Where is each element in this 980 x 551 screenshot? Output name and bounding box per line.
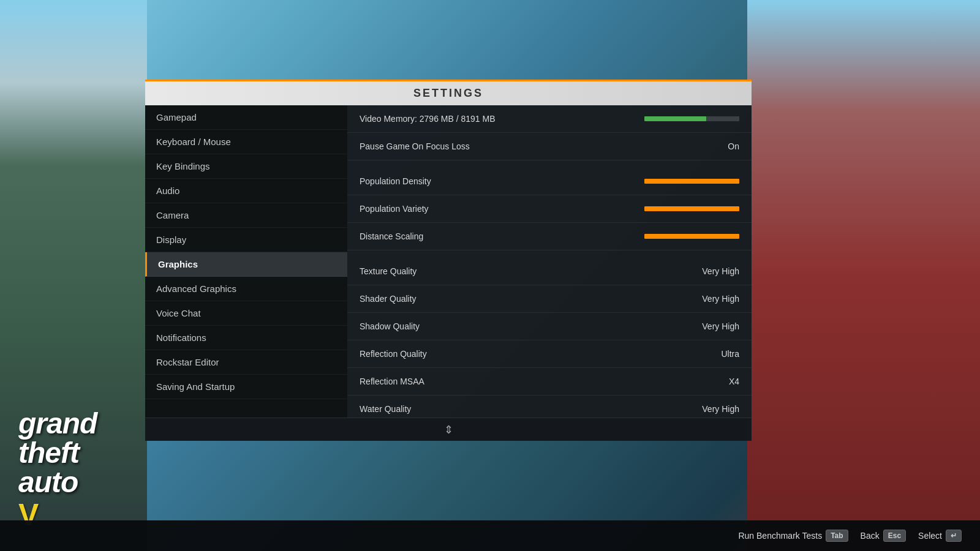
select-btn[interactable]: Select ↵ (918, 530, 962, 542)
gta-logo: grand theft auto V (18, 409, 97, 533)
setting-row-texture-quality[interactable]: Texture QualityVery High (347, 258, 752, 285)
bg-right (747, 0, 980, 551)
settings-body: GamepadKeyboard / MouseKey BindingsAudio… (145, 105, 752, 418)
setting-row-video-memory[interactable]: Video Memory: 2796 MB / 8191 MB (347, 105, 752, 133)
scroll-indicator: ⇕ (145, 418, 752, 441)
tab-key-badge: Tab (826, 530, 848, 542)
sidebar: GamepadKeyboard / MouseKey BindingsAudio… (145, 105, 347, 418)
setting-row-distance-scaling[interactable]: Distance Scaling (347, 223, 752, 250)
setting-value-texture-quality: Very High (702, 266, 739, 276)
esc-key-badge: Esc (883, 530, 906, 542)
logo-text: grand theft auto (18, 409, 97, 497)
progress-fill-population-density (644, 179, 739, 184)
sidebar-item-key-bindings[interactable]: Key Bindings (145, 154, 347, 179)
progress-bar-population-density (644, 179, 739, 184)
sidebar-item-display[interactable]: Display (145, 228, 347, 252)
progress-bar-population-variety (644, 206, 739, 211)
setting-label-reflection-quality: Reflection Quality (360, 349, 427, 359)
setting-value-reflection-msaa: X4 (729, 377, 739, 386)
setting-row-water-quality[interactable]: Water QualityVery High (347, 395, 752, 418)
benchmark-label: Run Benchmark Tests (738, 531, 822, 541)
sidebar-item-graphics[interactable]: Graphics (145, 252, 347, 277)
setting-row-population-density[interactable]: Population Density (347, 168, 752, 195)
enter-key-badge: ↵ (946, 530, 962, 542)
sidebar-item-advanced-graphics[interactable]: Advanced Graphics (145, 277, 347, 301)
progress-fill-population-variety (644, 206, 739, 211)
setting-row-population-variety[interactable]: Population Variety (347, 195, 752, 223)
setting-value-reflection-quality: Ultra (721, 349, 739, 359)
sidebar-item-saving-startup[interactable]: Saving And Startup (145, 375, 347, 399)
back-btn[interactable]: Back Esc (861, 530, 906, 542)
benchmark-btn[interactable]: Run Benchmark Tests Tab (738, 530, 848, 542)
setting-row-pause-game[interactable]: Pause Game On Focus LossOn (347, 133, 752, 160)
setting-row-shader-quality[interactable]: Shader QualityVery High (347, 285, 752, 313)
sidebar-item-notifications[interactable]: Notifications (145, 326, 347, 350)
setting-value-pause-game: On (728, 141, 739, 151)
setting-label-shader-quality: Shader Quality (360, 294, 417, 304)
sidebar-item-audio[interactable]: Audio (145, 179, 347, 203)
setting-label-population-variety: Population Variety (360, 204, 429, 214)
spacer-spacer (347, 160, 752, 168)
settings-title: SETTINGS (413, 87, 483, 100)
settings-window: SETTINGS GamepadKeyboard / MouseKey Bind… (145, 80, 752, 441)
select-label: Select (918, 531, 942, 541)
sidebar-item-keyboard-mouse[interactable]: Keyboard / Mouse (145, 130, 347, 154)
scroll-arrows-icon: ⇕ (444, 423, 453, 437)
progress-fill-distance-scaling (644, 234, 739, 239)
setting-label-water-quality: Water Quality (360, 404, 411, 414)
setting-label-population-density: Population Density (360, 176, 431, 186)
setting-value-shader-quality: Very High (702, 294, 739, 304)
progress-bar-video-memory (644, 116, 739, 121)
settings-title-bar: SETTINGS (145, 80, 752, 105)
progress-fill-video-memory (644, 116, 706, 121)
setting-label-video-memory: Video Memory: 2796 MB / 8191 MB (360, 114, 496, 124)
setting-label-reflection-msaa: Reflection MSAA (360, 377, 424, 386)
setting-label-shadow-quality: Shadow Quality (360, 321, 420, 331)
setting-label-distance-scaling: Distance Scaling (360, 231, 423, 241)
setting-label-pause-game: Pause Game On Focus Loss (360, 141, 470, 151)
sidebar-item-voice-chat[interactable]: Voice Chat (145, 301, 347, 326)
setting-row-shadow-quality[interactable]: Shadow QualityVery High (347, 313, 752, 340)
spacer-spacer2 (347, 250, 752, 258)
setting-row-reflection-msaa[interactable]: Reflection MSAAX4 (347, 368, 752, 395)
setting-row-reflection-quality[interactable]: Reflection QualityUltra (347, 340, 752, 368)
sidebar-item-gamepad[interactable]: Gamepad (145, 105, 347, 130)
sidebar-item-rockstar-editor[interactable]: Rockstar Editor (145, 350, 347, 375)
progress-bar-distance-scaling (644, 234, 739, 239)
setting-value-water-quality: Very High (702, 404, 739, 414)
sidebar-item-camera[interactable]: Camera (145, 203, 347, 228)
content-area[interactable]: Video Memory: 2796 MB / 8191 MBPause Gam… (347, 105, 752, 418)
bottom-bar: Run Benchmark Tests Tab Back Esc Select … (0, 520, 980, 551)
setting-label-texture-quality: Texture Quality (360, 266, 417, 276)
setting-value-shadow-quality: Very High (702, 321, 739, 331)
back-label: Back (861, 531, 880, 541)
